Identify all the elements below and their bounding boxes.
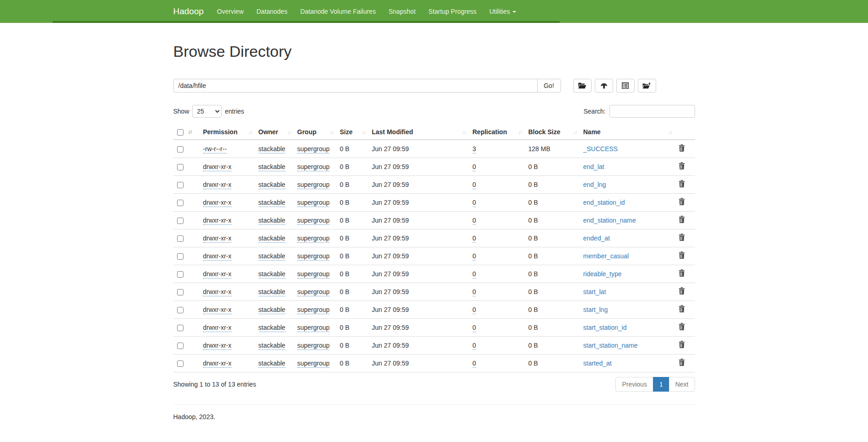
create-directory-button[interactable]	[573, 79, 592, 93]
replication-cell[interactable]: 0	[473, 217, 476, 225]
group-cell[interactable]: supergroup	[297, 199, 330, 207]
group-cell[interactable]: supergroup	[297, 145, 330, 153]
trash-icon[interactable]	[679, 323, 685, 332]
group-cell[interactable]: supergroup	[297, 217, 330, 225]
trash-icon[interactable]	[679, 180, 685, 189]
group-cell[interactable]: supergroup	[297, 360, 330, 368]
trash-icon[interactable]	[679, 305, 685, 314]
owner-cell[interactable]: stackable	[259, 199, 286, 207]
row-checkbox[interactable]	[177, 289, 183, 295]
page-length-select[interactable]: 25	[192, 105, 221, 118]
group-cell[interactable]: supergroup	[297, 288, 330, 296]
row-checkbox[interactable]	[177, 218, 183, 224]
file-link[interactable]: _SUCCESS	[583, 145, 618, 153]
row-checkbox[interactable]	[177, 307, 183, 313]
column-header-modified[interactable]: Last Modified↓↑	[368, 126, 469, 140]
replication-cell[interactable]: 0	[473, 324, 476, 332]
trash-icon[interactable]	[679, 287, 685, 296]
move-button[interactable]	[638, 79, 656, 93]
file-link[interactable]: end_lng	[583, 181, 606, 188]
owner-cell[interactable]: stackable	[259, 306, 286, 314]
nav-item-datanode-volume-failures[interactable]: Datanode Volume Failures	[294, 1, 382, 22]
file-link[interactable]: start_station_name	[583, 342, 638, 349]
file-link[interactable]: started_at	[583, 360, 612, 367]
trash-icon[interactable]	[679, 341, 685, 349]
file-link[interactable]: rideable_type	[583, 270, 622, 278]
row-checkbox[interactable]	[177, 146, 183, 153]
replication-cell[interactable]: 0	[473, 342, 476, 350]
row-checkbox[interactable]	[177, 182, 183, 188]
replication-cell[interactable]: 0	[473, 252, 476, 261]
row-checkbox[interactable]	[177, 164, 183, 170]
page-1-button[interactable]: 1	[653, 377, 669, 392]
row-checkbox[interactable]	[177, 235, 183, 242]
replication-cell[interactable]: 0	[473, 306, 476, 314]
trash-icon[interactable]	[679, 162, 685, 171]
group-cell[interactable]: supergroup	[297, 181, 330, 189]
file-link[interactable]: start_lng	[583, 306, 608, 313]
owner-cell[interactable]: stackable	[259, 217, 286, 225]
upload-files-button[interactable]	[595, 79, 613, 93]
permission-cell[interactable]: drwxr-xr-x	[203, 288, 232, 296]
column-header-name[interactable]: Name↓↑	[580, 126, 675, 140]
row-checkbox[interactable]	[177, 360, 183, 367]
group-cell[interactable]: supergroup	[297, 235, 330, 243]
replication-cell[interactable]: 0	[473, 163, 476, 171]
permission-cell[interactable]: drwxr-xr-x	[203, 163, 232, 171]
file-link[interactable]: end_station_name	[583, 217, 636, 224]
owner-cell[interactable]: stackable	[259, 163, 286, 171]
trash-icon[interactable]	[679, 359, 685, 367]
permission-cell[interactable]: drwxr-xr-x	[203, 324, 232, 332]
select-all-checkbox[interactable]	[177, 129, 183, 136]
permission-cell[interactable]: drwxr-xr-x	[203, 235, 232, 243]
trash-icon[interactable]	[679, 198, 685, 207]
column-header-blocksize[interactable]: Block Size↓↑	[525, 126, 580, 140]
permission-cell[interactable]: drwxr-xr-x	[203, 217, 232, 225]
cut-paste-button[interactable]	[616, 79, 635, 93]
column-header-replication[interactable]: Replication↓↑	[469, 126, 525, 140]
row-checkbox[interactable]	[177, 325, 183, 331]
replication-cell[interactable]: 3	[473, 145, 476, 153]
owner-cell[interactable]: stackable	[259, 181, 286, 189]
directory-path-input[interactable]	[173, 79, 538, 93]
permission-cell[interactable]: drwxr-xr-x	[203, 181, 232, 189]
replication-cell[interactable]: 0	[473, 181, 476, 189]
go-button[interactable]: Go!	[537, 79, 561, 93]
nav-item-datanodes[interactable]: Datanodes	[250, 1, 294, 22]
row-checkbox[interactable]	[177, 271, 183, 278]
trash-icon[interactable]	[679, 144, 685, 153]
file-link[interactable]: end_station_id	[583, 199, 625, 206]
permission-cell[interactable]: drwxr-xr-x	[203, 252, 232, 261]
permission-cell[interactable]: drwxr-xr-x	[203, 270, 232, 278]
owner-cell[interactable]: stackable	[259, 235, 286, 243]
owner-cell[interactable]: stackable	[259, 324, 286, 332]
replication-cell[interactable]: 0	[473, 288, 476, 296]
file-link[interactable]: member_casual	[583, 252, 629, 260]
replication-cell[interactable]: 0	[473, 235, 476, 243]
permission-cell[interactable]: drwxr-xr-x	[203, 360, 232, 368]
previous-page-button[interactable]: Previous	[615, 377, 653, 392]
column-header-group[interactable]: Group↓↑	[294, 126, 336, 140]
permission-cell[interactable]: drwxr-xr-x	[203, 342, 232, 350]
group-cell[interactable]: supergroup	[297, 252, 330, 261]
group-cell[interactable]: supergroup	[297, 163, 330, 171]
trash-icon[interactable]	[679, 269, 685, 278]
column-header-size[interactable]: Size↓↑	[336, 126, 368, 140]
row-checkbox[interactable]	[177, 200, 183, 206]
row-checkbox[interactable]	[177, 343, 183, 349]
owner-cell[interactable]: stackable	[259, 145, 286, 153]
column-header-owner[interactable]: Owner↓↑	[255, 126, 294, 140]
replication-cell[interactable]: 0	[473, 270, 476, 278]
nav-item-startup-progress[interactable]: Startup Progress	[422, 1, 483, 22]
permission-cell[interactable]: drwxr-xr-x	[203, 199, 232, 207]
owner-cell[interactable]: stackable	[259, 342, 286, 350]
group-cell[interactable]: supergroup	[297, 324, 330, 332]
owner-cell[interactable]: stackable	[259, 252, 286, 261]
owner-cell[interactable]: stackable	[259, 270, 286, 278]
owner-cell[interactable]: stackable	[259, 360, 286, 368]
brand-link[interactable]: Hadoop	[173, 0, 211, 23]
column-header-select[interactable]: ↓↑	[173, 126, 199, 140]
file-link[interactable]: ended_at	[583, 235, 610, 242]
trash-icon[interactable]	[679, 234, 685, 242]
permission-cell[interactable]: -rw-r--r--	[203, 145, 227, 153]
